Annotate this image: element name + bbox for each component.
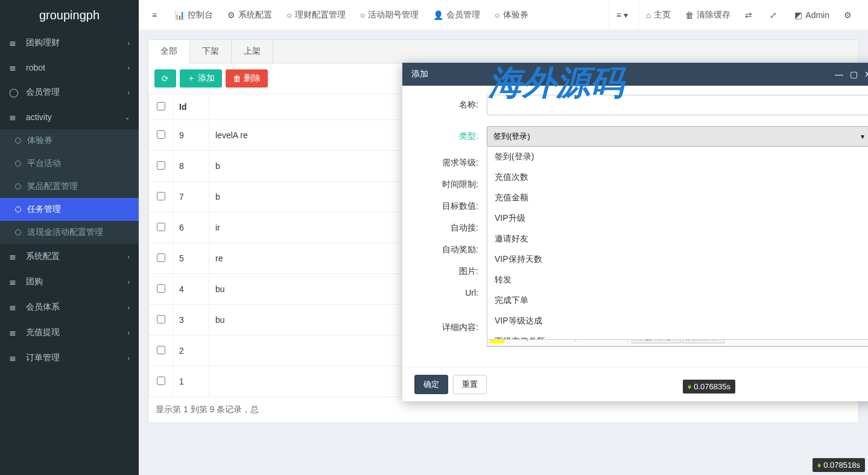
modal-header[interactable]: 添加 — ▢ ✕ — [402, 63, 868, 86]
perf-badge-1: ♦0.076835s — [683, 380, 735, 394]
list-caret-icon: ≡ ▾ — [616, 10, 628, 20]
tab-1[interactable]: 下架 — [190, 40, 232, 63]
topnav-4[interactable]: ○活动期号管理 — [353, 0, 426, 30]
row-checkbox[interactable] — [157, 315, 165, 324]
type-option-6[interactable]: 转发 — [487, 270, 868, 290]
row-checkbox[interactable] — [157, 253, 165, 262]
label-image: 图片: — [414, 266, 487, 277]
circle-icon: ○ — [287, 10, 291, 20]
sidebar-sub-3-2[interactable]: 奖品配置管理 — [0, 175, 139, 198]
plus-icon: ＋ — [187, 73, 195, 84]
topnav-right-1[interactable]: ⌂主页 — [639, 0, 678, 30]
cell-id: 8 — [173, 151, 209, 182]
cogs-icon: ⚙ — [844, 10, 852, 20]
topnav-right-5[interactable]: ◩Admin — [787, 0, 837, 30]
avatar-icon: ◩ — [794, 10, 802, 20]
sidebar-item-3[interactable]: ≣activity⌄ — [0, 105, 139, 129]
circle-icon — [15, 229, 21, 235]
cell-id: 1 — [173, 366, 209, 397]
label-target: 目标数值: — [414, 201, 487, 212]
sidebar-sub-3-1[interactable]: 平台活动 — [0, 152, 139, 175]
sidebar-item-5[interactable]: ≣团购‹ — [0, 269, 139, 295]
type-select[interactable]: 签到(登录) ▼ — [487, 126, 868, 147]
refresh-button[interactable]: ⟳ — [154, 69, 176, 88]
delete-button[interactable]: 🗑删除 — [226, 69, 268, 88]
label-name: 名称: — [414, 100, 487, 110]
circle-icon — [15, 161, 21, 167]
flame-icon: ♦ — [688, 382, 692, 391]
sidebar-item-8[interactable]: ≣订单管理‹ — [0, 345, 139, 371]
sidebar-item-2[interactable]: ◯会员管理‹ — [0, 80, 139, 105]
tab-0[interactable]: 全部 — [148, 40, 190, 63]
topnav-right-4[interactable]: ⤢ — [762, 0, 787, 30]
refresh-icon: ⟳ — [162, 74, 169, 83]
globe-icon: ◯ — [9, 88, 21, 97]
list-icon: ≣ — [9, 63, 21, 72]
perf-badge-2: ♦0.078518s — [813, 458, 865, 472]
list-icon: ≣ — [9, 252, 21, 261]
row-checkbox[interactable] — [157, 284, 165, 293]
reset-button[interactable]: 重置 — [453, 375, 487, 394]
sidebar-item-1[interactable]: ≣robot‹ — [0, 56, 139, 80]
label-reward: 自动奖励: — [414, 244, 487, 255]
label-level: 需求等级: — [414, 158, 487, 168]
chevron-down-icon: ⌄ — [125, 114, 130, 121]
row-checkbox[interactable] — [157, 346, 165, 354]
chevron-left-icon: ‹ — [128, 330, 130, 336]
topnav-right-3[interactable]: ⇄ — [738, 0, 762, 30]
sidebar-item-0[interactable]: ≣团购理财‹ — [0, 30, 139, 56]
cell-id: 6 — [173, 212, 209, 243]
circle-icon — [15, 183, 21, 190]
type-option-1[interactable]: 充值次数 — [487, 167, 868, 188]
user-icon: 👤 — [433, 10, 443, 20]
row-checkbox[interactable] — [157, 192, 165, 200]
sidebar-item-7[interactable]: ≣充值提现‹ — [0, 320, 139, 345]
type-option-5[interactable]: VIP保持天数 — [487, 249, 868, 270]
topnav-0[interactable]: ≡ — [145, 0, 167, 30]
ok-button[interactable]: 确定 — [414, 375, 448, 394]
modal-title: 添加 — [411, 69, 832, 80]
close-icon[interactable]: ✕ — [861, 69, 868, 79]
type-option-0[interactable]: 签到(登录) — [487, 147, 868, 167]
row-checkbox[interactable] — [157, 130, 165, 139]
topnav-right-2[interactable]: 🗑清除缓存 — [678, 0, 738, 30]
maximize-icon[interactable]: ▢ — [846, 69, 861, 79]
row-checkbox[interactable] — [157, 223, 165, 231]
cell-id: 3 — [173, 305, 209, 336]
sidebar-item-4[interactable]: ≣系统配置‹ — [0, 244, 139, 269]
topnav-right-0[interactable]: ≡ ▾ — [609, 0, 639, 30]
select-all-checkbox[interactable] — [157, 102, 165, 110]
logo: groupingph — [0, 0, 139, 30]
type-option-4[interactable]: 邀请好友 — [487, 229, 868, 249]
circle-icon — [15, 206, 21, 212]
add-button[interactable]: ＋添加 — [180, 69, 222, 88]
minimize-icon[interactable]: — — [832, 69, 846, 79]
gear-icon: ⚙ — [227, 10, 235, 20]
top-nav: ≡📊控制台⚙系统配置○理财配置管理○活动期号管理👤会员管理○体验券 ≡ ▾⌂主页… — [139, 0, 868, 30]
topnav-5[interactable]: 👤会员管理 — [426, 0, 487, 30]
type-option-7[interactable]: 完成下单 — [487, 290, 868, 311]
sidebar-sub-3-3[interactable]: 任务管理 — [0, 198, 139, 221]
sidebar-sub-3-4[interactable]: 送现金活动配置管理 — [0, 221, 139, 244]
sidebar-sub-3-0[interactable]: 体验券 — [0, 129, 139, 152]
topnav-right-6[interactable]: ⚙ — [837, 0, 862, 30]
chevron-left-icon: ‹ — [128, 89, 130, 96]
topnav-3[interactable]: ○理财配置管理 — [279, 0, 352, 30]
th-1[interactable]: Id — [173, 94, 209, 120]
expand-icon: ⤢ — [770, 10, 777, 20]
trash-icon: 🗑 — [685, 10, 694, 20]
topnav-2[interactable]: ⚙系统配置 — [220, 0, 279, 30]
trash-icon: 🗑 — [233, 74, 241, 83]
row-checkbox[interactable] — [157, 161, 165, 170]
type-option-9[interactable]: 下级充值总额 — [487, 331, 868, 340]
topnav-1[interactable]: 📊控制台 — [167, 0, 220, 30]
type-option-2[interactable]: 充值金额 — [487, 188, 868, 208]
row-checkbox[interactable] — [157, 377, 165, 385]
tab-2[interactable]: 上架 — [232, 40, 273, 63]
sidebar-item-6[interactable]: ≣会员体系‹ — [0, 295, 139, 320]
th-0[interactable] — [149, 94, 173, 120]
type-option-8[interactable]: VIP等级达成 — [487, 311, 868, 331]
topnav-6[interactable]: ○体验券 — [487, 0, 535, 30]
name-input[interactable] — [487, 95, 868, 115]
type-option-3[interactable]: VIP升级 — [487, 208, 868, 229]
